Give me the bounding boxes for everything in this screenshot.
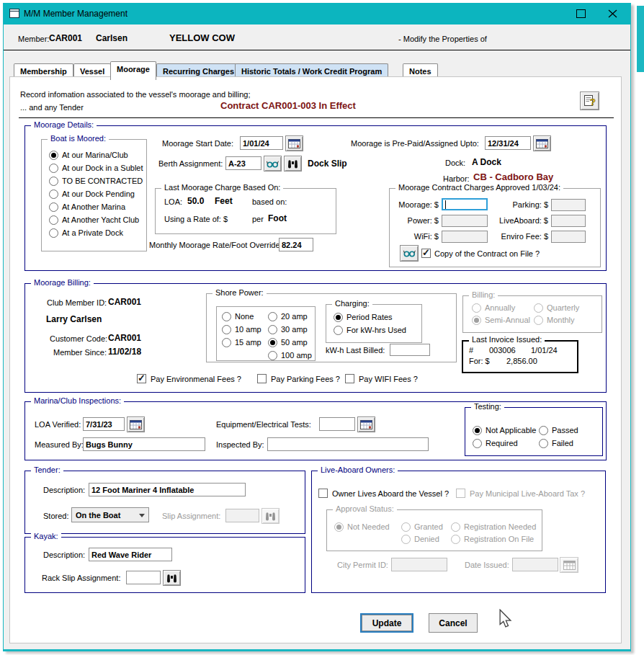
moorage-fee-input[interactable] (442, 198, 488, 210)
tender-slip-search-button[interactable] (261, 508, 279, 524)
inspected-by-input[interactable] (267, 437, 429, 451)
berth-search-button[interactable] (284, 156, 302, 171)
loa-verified-input[interactable] (83, 417, 125, 431)
liveaboard-fee-input[interactable] (551, 215, 586, 227)
pay-wifi-checkbox[interactable]: Pay WIFI Fees ? (345, 373, 431, 385)
radio-period-rates[interactable]: Period Rates (334, 312, 414, 323)
parking-fee-input[interactable] (551, 199, 586, 211)
date-issued-calendar-button[interactable] (560, 557, 578, 573)
contract-copy-checkbox[interactable]: Copy of the Contract on File ? (421, 248, 587, 259)
billing-group: Billing: Annually Quarterly Semi-Annual … (462, 295, 602, 333)
radio-approval-registration-on-file[interactable]: Registration On File (451, 534, 537, 545)
tender-description-input[interactable] (89, 483, 246, 496)
radio-monthly[interactable]: Monthly (534, 315, 591, 326)
radio-amp-100[interactable]: 100 amp (268, 350, 311, 361)
loa-verified-calendar-button[interactable] (127, 416, 145, 432)
kayak-rack-search-button[interactable] (163, 570, 181, 586)
close-button[interactable] (601, 5, 623, 22)
tab-moorage[interactable]: Moorage (110, 61, 156, 80)
radio-amp-15[interactable]: 15 amp (222, 337, 264, 348)
owner-lives-aboard-checkbox[interactable]: Owner Lives Aboard the Vessel ? (318, 488, 448, 499)
binoculars-icon (166, 574, 177, 583)
titlebar[interactable]: M/M Member Management (4, 3, 630, 24)
radio-icon (268, 325, 277, 334)
radio-another-yacht-club[interactable]: At Another Yacht Club (49, 215, 143, 226)
radio-at-our-marina[interactable]: At our Marina/Club (49, 150, 143, 161)
help-button[interactable]: ? (580, 92, 599, 110)
mouse-cursor (498, 609, 512, 631)
kayak-description-label: Description: (43, 551, 85, 560)
tender-stored-select[interactable]: On the Boat (71, 507, 149, 522)
date-issued-input[interactable] (512, 558, 558, 571)
prepaid-upto-label: Moorage is Pre-Paid/Assigned Upto: (351, 139, 479, 148)
update-button[interactable]: Update (360, 613, 413, 633)
moorage-details-title: Moorage Details: (31, 120, 97, 130)
wifi-fee-input[interactable] (442, 231, 488, 243)
radio-icon (49, 190, 58, 199)
binoculars-icon (265, 512, 276, 521)
dock-value: A Dock (472, 158, 501, 167)
moorage-billing-title: Moorage Billing: (31, 278, 94, 288)
equipment-tests-calendar-button[interactable] (357, 416, 375, 432)
radio-testing-failed[interactable]: Failed (539, 438, 596, 449)
radio-dock-sublet[interactable]: At our Dock in a Sublet (49, 163, 143, 174)
pay-environmental-checkbox[interactable]: Pay Environmenal Fees ? (137, 373, 252, 385)
vessel-name: YELLOW COW (169, 33, 235, 43)
moorage-start-date-calendar-button[interactable] (285, 135, 303, 151)
radio-icon (222, 325, 231, 334)
radio-another-marina[interactable]: At Another Marina (49, 202, 143, 213)
berth-assignment-input[interactable] (225, 156, 261, 170)
radio-testing-not-applicable[interactable]: Not Applicable (473, 425, 539, 436)
measured-by-input[interactable] (83, 437, 205, 451)
municipal-tax-checkbox[interactable]: Pay Municipal Live-Aboard Tax ? (456, 488, 593, 499)
enviro-fee-input[interactable] (551, 231, 586, 243)
checkbox-icon (137, 374, 146, 383)
tender-title: Tender: (31, 465, 63, 475)
kayak-description-input[interactable] (89, 548, 172, 561)
equipment-tests-input[interactable] (319, 417, 355, 431)
radio-amp-30[interactable]: 30 amp (268, 324, 311, 335)
moorage-start-date-input[interactable] (240, 136, 283, 150)
radio-amp-20[interactable]: 20 amp (268, 311, 311, 322)
berth-view-button[interactable] (264, 156, 282, 171)
checkbox-icon (456, 489, 465, 498)
radio-approval-registration-needed[interactable]: Registration Needed (451, 522, 537, 533)
prepaid-upto-calendar-button[interactable] (533, 135, 551, 151)
liveaboard-title: Live-Aboard Owners: (318, 465, 398, 475)
radio-semi-annual[interactable]: Semi-Annual (472, 315, 532, 326)
radio-dock-pending[interactable]: At our Dock Pending (49, 189, 143, 200)
pay-parking-checkbox[interactable]: Pay Parking Fees ? (257, 373, 351, 385)
radio-private-dock[interactable]: At a Private Dock (49, 228, 143, 239)
tender-slip-input[interactable] (225, 509, 259, 522)
power-fee-input[interactable] (442, 215, 488, 227)
radio-kwhrs-used[interactable]: For kW-hrs Used (334, 325, 414, 336)
cancel-button[interactable]: Cancel (429, 613, 478, 633)
radio-testing-passed[interactable]: Passed (539, 425, 596, 436)
rate-override-input[interactable] (279, 238, 313, 251)
radio-quarterly[interactable]: Quarterly (534, 303, 594, 313)
radio-amp-none[interactable]: None (222, 311, 264, 322)
billing-title: Billing: (469, 290, 498, 300)
city-permit-input[interactable] (391, 558, 447, 571)
prepaid-upto-input[interactable] (485, 136, 531, 150)
radio-approval-denied[interactable]: Denied (401, 534, 449, 545)
radio-amp-50[interactable]: 50 amp (268, 337, 311, 348)
radio-approval-granted[interactable]: Granted (401, 522, 449, 533)
radio-approval-not-needed[interactable]: Not Needed (334, 522, 399, 533)
enviro-fee-label: Enviro Fee: $ (491, 232, 548, 241)
radio-annually[interactable]: Annually (472, 303, 529, 313)
kwh-last-billed-input[interactable] (390, 344, 430, 356)
tender-stored-value: On the Boat (76, 511, 120, 520)
radio-to-be-contracted[interactable]: TO BE CONTRACTED (49, 176, 143, 187)
radio-amp-10[interactable]: 10 amp (222, 324, 264, 335)
radio-icon (222, 338, 231, 347)
contract-view-button[interactable] (400, 245, 419, 262)
radio-testing-required[interactable]: Required (473, 438, 539, 449)
svg-text:?: ? (590, 97, 596, 107)
radio-icon (334, 522, 344, 532)
last-invoice-title: Last Invoice Issued: (469, 335, 545, 344)
maximize-button[interactable] (570, 5, 591, 22)
kayak-rack-input[interactable] (126, 571, 161, 584)
liveaboard-group: Live-Aboard Owners: Owner Lives Aboard t… (311, 471, 606, 593)
shore-power-title: Shore Power: (213, 288, 267, 298)
